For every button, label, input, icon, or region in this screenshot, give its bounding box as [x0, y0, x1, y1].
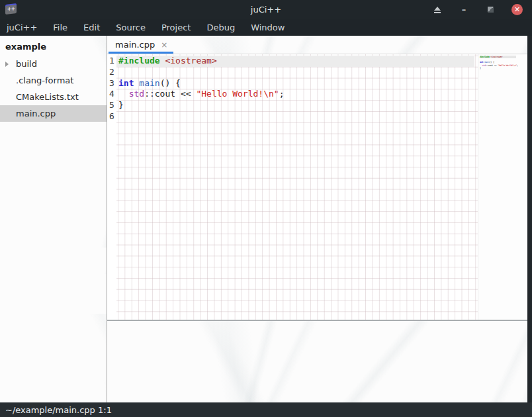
- line-number: 3: [107, 78, 116, 89]
- tree-item-label: CMakeLists.txt: [16, 92, 79, 102]
- line-number: 4: [107, 89, 116, 100]
- menu-file[interactable]: File: [45, 21, 75, 34]
- expander-icon[interactable]: [5, 62, 16, 67]
- window-controls: – ✕: [432, 4, 532, 15]
- minimize-button[interactable]: –: [459, 5, 469, 15]
- code-line-5[interactable]: }: [116, 100, 478, 111]
- close-icon: ✕: [514, 6, 520, 13]
- code-line-6[interactable]: [116, 111, 478, 122]
- gutter: 123456: [107, 54, 116, 320]
- menu-debug[interactable]: Debug: [199, 21, 243, 34]
- code-line-2[interactable]: [116, 67, 478, 78]
- menu-edit[interactable]: Edit: [75, 21, 108, 34]
- tree-root-folder[interactable]: example: [0, 36, 107, 56]
- tree-item-cmakelists-txt[interactable]: CMakeLists.txt: [0, 89, 107, 105]
- code-line-1[interactable]: #include <iostream>: [116, 56, 474, 67]
- shade-button[interactable]: [432, 5, 443, 15]
- tree-item-label: build: [16, 59, 37, 69]
- app-window: ++ juCi++ – ✕ juCi++FileEditSourceProjec…: [0, 0, 532, 417]
- status-bar: ~/example/main.cpp 1:1: [0, 402, 532, 417]
- line-number: 1: [107, 56, 116, 67]
- minimap[interactable]: #include <iostream>int main() { std::cou…: [478, 54, 527, 320]
- status-file-position: ~/example/main.cpp 1:1: [5, 405, 112, 415]
- shade-icon: [434, 7, 441, 13]
- code-line-3[interactable]: int main() {: [116, 78, 478, 89]
- file-tree: build.clang-formatCMakeLists.txtmain.cpp: [0, 56, 107, 122]
- tab-bar: main.cpp ×: [107, 36, 527, 54]
- minimize-icon: –: [462, 7, 466, 13]
- line-number: 5: [107, 100, 116, 111]
- tab-label: main.cpp: [115, 40, 155, 50]
- menu-project[interactable]: Project: [154, 21, 199, 34]
- window-right-border: [527, 36, 532, 402]
- line-number: 2: [107, 67, 116, 78]
- menu-bar: juCi++FileEditSourceProjectDebugWindow: [0, 19, 532, 36]
- menu-source[interactable]: Source: [108, 21, 154, 34]
- code-line-4[interactable]: std::cout << "Hello World!\n";: [116, 89, 478, 100]
- file-tree-panel: example build.clang-formatCMakeLists.txt…: [0, 36, 107, 402]
- minimap-line: [480, 70, 527, 72]
- output-panel: [107, 321, 527, 402]
- tree-item-build[interactable]: build: [0, 56, 107, 72]
- tree-item-label: .clang-format: [16, 75, 73, 85]
- tree-item-main-cpp[interactable]: main.cpp: [0, 105, 107, 122]
- menu-window[interactable]: Window: [243, 21, 292, 34]
- maximize-button[interactable]: [485, 5, 496, 15]
- close-button[interactable]: ✕: [511, 4, 523, 15]
- menu-juci[interactable]: juCi++: [7, 21, 45, 34]
- minimap-content: #include <iostream>int main() { std::cou…: [480, 56, 527, 72]
- tab-main-cpp[interactable]: main.cpp ×: [109, 36, 173, 54]
- line-number: 6: [107, 111, 116, 122]
- code-lines[interactable]: #include <iostream>int main() { std::cou…: [116, 54, 478, 320]
- titlebar[interactable]: ++ juCi++ – ✕: [0, 0, 532, 19]
- maximize-icon: [488, 7, 494, 13]
- tab-close-icon[interactable]: ×: [161, 41, 167, 49]
- tree-item--clang-format[interactable]: .clang-format: [0, 72, 107, 89]
- code-editor[interactable]: 123456 #include <iostream>int main() { s…: [107, 54, 527, 320]
- tree-item-label: main.cpp: [16, 109, 56, 118]
